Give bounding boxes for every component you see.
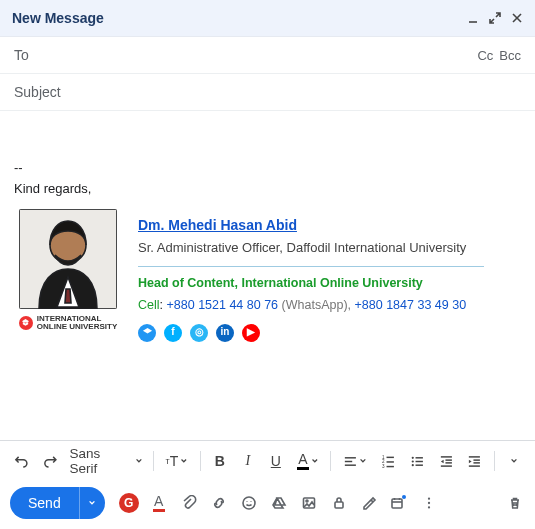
svg-point-29 <box>246 501 247 502</box>
send-button[interactable]: Send <box>10 487 79 519</box>
font-family-select[interactable]: Sans Serif <box>66 447 147 475</box>
indent-more-button[interactable] <box>461 447 488 475</box>
discard-draft-icon[interactable] <box>505 493 525 513</box>
svg-point-30 <box>250 501 251 502</box>
redo-button[interactable] <box>37 447 64 475</box>
sign-off-text: Kind regards, <box>14 180 521 199</box>
signature-divider <box>138 266 484 267</box>
send-button-group: Send <box>10 487 105 519</box>
to-label: To <box>14 47 477 63</box>
close-icon[interactable] <box>511 12 523 24</box>
attach-file-icon[interactable] <box>179 493 199 513</box>
italic-button[interactable]: I <box>235 447 261 475</box>
undo-button[interactable] <box>8 447 35 475</box>
text-style-icon[interactable]: A <box>149 493 169 513</box>
insert-drive-icon[interactable] <box>269 493 289 513</box>
toolbar-more-button[interactable] <box>501 447 527 475</box>
svg-rect-34 <box>392 499 402 508</box>
underline-button[interactable]: U <box>263 447 289 475</box>
separator <box>153 451 154 471</box>
svg-point-16 <box>411 464 413 466</box>
signature-job-title: Sr. Administrative Officer, Daffodil Int… <box>138 239 484 258</box>
minimize-icon[interactable] <box>467 12 479 24</box>
compose-header: New Message <box>0 0 535 37</box>
phone-1[interactable]: +880 1521 44 80 76 <box>167 298 279 312</box>
separator <box>200 451 201 471</box>
linkedin-icon[interactable]: in <box>216 324 234 342</box>
numbered-list-button[interactable]: 123 <box>375 447 402 475</box>
align-button[interactable] <box>337 447 373 475</box>
svg-point-40 <box>428 506 430 508</box>
compose-title: New Message <box>12 10 467 26</box>
facebook-icon[interactable]: f <box>164 324 182 342</box>
bulleted-list-button[interactable] <box>404 447 431 475</box>
bcc-toggle[interactable]: Bcc <box>499 48 521 63</box>
signature-name-link[interactable]: Dm. Mehedi Hasan Abid <box>138 217 297 233</box>
svg-point-32 <box>306 500 308 502</box>
instagram-icon[interactable]: ◎ <box>190 324 208 342</box>
bold-button[interactable]: B <box>207 447 233 475</box>
to-field-row[interactable]: To Cc Bcc <box>0 37 535 74</box>
grad-cap-icon <box>19 316 33 330</box>
insert-emoji-icon[interactable] <box>239 493 259 513</box>
formatting-toolbar: Sans Serif тT B I U A 123 <box>0 440 535 481</box>
signature-phone-line: Cell: +880 1521 44 80 76 (WhatsApp), +88… <box>138 296 484 314</box>
separator <box>330 451 331 471</box>
svg-rect-33 <box>335 502 343 508</box>
more-options-icon[interactable] <box>419 493 439 513</box>
compose-actionbar: Send G A <box>0 481 535 529</box>
youtube-icon[interactable]: ▶ <box>242 324 260 342</box>
svg-point-14 <box>411 456 413 458</box>
separator <box>494 451 495 471</box>
insert-photo-icon[interactable] <box>299 493 319 513</box>
avatar <box>19 209 117 309</box>
schedule-icon[interactable] <box>389 493 409 513</box>
cc-toggle[interactable]: Cc <box>477 48 493 63</box>
svg-point-15 <box>411 460 413 462</box>
svg-point-38 <box>428 497 430 499</box>
font-size-button[interactable]: тT <box>160 447 194 475</box>
expand-icon[interactable] <box>489 12 501 24</box>
phone-2[interactable]: +880 1847 33 49 30 <box>355 298 467 312</box>
window-controls <box>467 12 523 24</box>
social-icons: f ◎ in ▶ <box>138 324 484 342</box>
org-line2: ONLINE UNIVERSITY <box>37 323 117 331</box>
cell-label: Cell <box>138 298 160 312</box>
signature-role: Head of Content, International Online Un… <box>138 274 484 292</box>
signature-separator: -- <box>14 159 521 178</box>
subject-field-row[interactable]: Subject <box>0 74 535 111</box>
indent-less-button[interactable] <box>433 447 460 475</box>
scholar-icon[interactable] <box>138 324 156 342</box>
org-logo: INTERNATIONAL ONLINE UNIVERSITY <box>19 315 117 331</box>
message-body[interactable]: -- Kind regards, INTERNAT <box>0 111 535 440</box>
subject-placeholder: Subject <box>14 84 521 100</box>
insert-link-icon[interactable] <box>209 493 229 513</box>
insert-signature-icon[interactable] <box>359 493 379 513</box>
text-color-button[interactable]: A <box>291 447 325 475</box>
confidential-mode-icon[interactable] <box>329 493 349 513</box>
svg-point-39 <box>428 502 430 504</box>
font-family-label: Sans Serif <box>70 446 131 476</box>
whatsapp-label: (WhatsApp), <box>282 298 351 312</box>
grammarly-icon[interactable]: G <box>119 493 139 513</box>
svg-text:3: 3 <box>382 463 385 468</box>
svg-point-28 <box>243 497 255 509</box>
signature-block: INTERNATIONAL ONLINE UNIVERSITY Dm. Mehe… <box>14 209 484 342</box>
send-options-button[interactable] <box>79 487 105 519</box>
